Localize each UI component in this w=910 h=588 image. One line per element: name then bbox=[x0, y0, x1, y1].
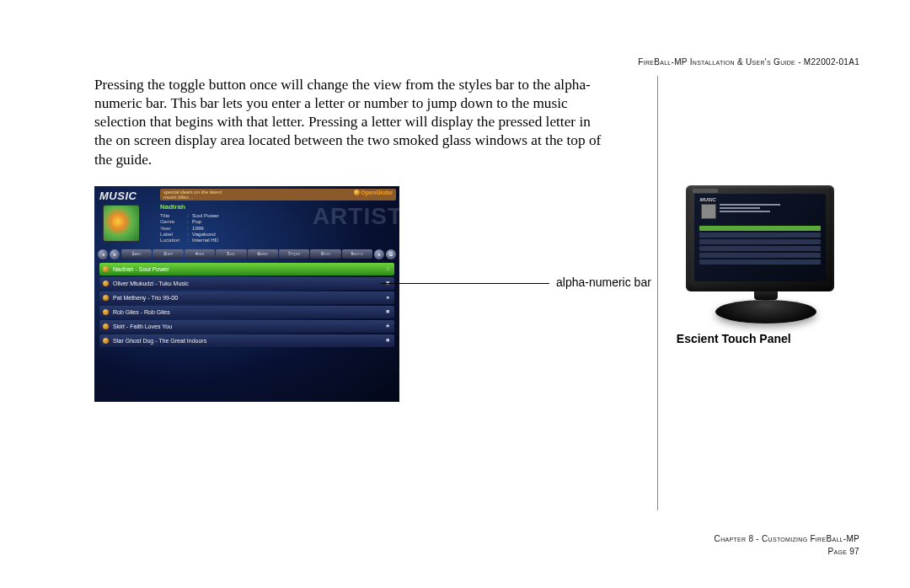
track-row[interactable]: Rob Giles - Rob Giles■ bbox=[99, 306, 394, 318]
promo-bar: special deals on the latest music titles… bbox=[160, 189, 396, 200]
main-content: Pressing the toggle button once will cha… bbox=[94, 76, 859, 510]
track-end-icon: ■ bbox=[384, 308, 391, 315]
toggle-extra-icon[interactable]: ⦿ bbox=[386, 249, 396, 259]
track-dot-icon bbox=[103, 338, 109, 344]
alpha-key[interactable]: 6MNO bbox=[248, 249, 278, 259]
track-end-icon: ♫ bbox=[384, 265, 391, 272]
tp-row-active bbox=[699, 226, 821, 231]
meta-row: Label:Vagabond bbox=[160, 231, 396, 237]
artist-watermark: ARTIST bbox=[313, 203, 399, 230]
meta-label: Label bbox=[160, 231, 187, 237]
music-ui-screenshot: MUSIC special deals on the latest music … bbox=[94, 186, 399, 402]
toggle-play-icon[interactable]: ▸ bbox=[110, 249, 120, 259]
alpha-key[interactable]: 9WXYZ bbox=[342, 249, 372, 259]
tp-meta-lines bbox=[720, 204, 821, 221]
track-end-icon: ■ bbox=[384, 337, 391, 344]
track-title: Skirt - Faith Loves You bbox=[113, 323, 172, 329]
track-row[interactable]: Pat Metheny - Trio 99-00● bbox=[99, 291, 394, 304]
meta-row: Location:Internal HD bbox=[160, 237, 396, 243]
track-title: Oliver Mtukudzi - Tuku Music bbox=[113, 281, 189, 286]
alpha-key[interactable]: 4GHI bbox=[185, 249, 215, 259]
brand-tag-icon bbox=[693, 189, 718, 193]
music-top-area: MUSIC special deals on the latest music … bbox=[94, 186, 399, 249]
music-section-title: MUSIC bbox=[99, 190, 155, 202]
track-dot-icon bbox=[103, 281, 109, 286]
open-globe-logo: OpenGlobe bbox=[354, 190, 393, 196]
tp-row bbox=[699, 246, 821, 251]
right-column: MUSIC bbox=[666, 76, 859, 510]
tp-row bbox=[699, 239, 821, 244]
alpha-keys: 2ABC3DEF4GHI5JKL6MNO7PQRS8TUV9WXYZ bbox=[121, 249, 372, 259]
callout-line bbox=[381, 283, 549, 284]
footer-page: Page 97 bbox=[715, 545, 859, 558]
monitor-screen: MUSIC bbox=[694, 194, 826, 281]
meta-label: Genre bbox=[160, 218, 187, 224]
tp-row bbox=[699, 233, 821, 238]
alpha-key[interactable]: 3DEF bbox=[153, 249, 183, 259]
music-badge: MUSIC bbox=[94, 186, 155, 249]
tp-album-art-icon bbox=[701, 204, 716, 219]
meta-value: Vagabond bbox=[192, 231, 216, 237]
alpha-key[interactable]: 7PQRS bbox=[279, 249, 309, 259]
track-title: Nadirah - Soul Power bbox=[113, 266, 169, 272]
footer: Chapter 8 - Customizing FireBall-MP Page… bbox=[715, 532, 859, 558]
meta-label: Year bbox=[160, 225, 187, 231]
tp-row bbox=[699, 259, 821, 265]
track-row[interactable]: Skirt - Faith Loves You★ bbox=[99, 320, 394, 333]
touch-panel-figure: MUSIC bbox=[673, 185, 859, 345]
left-column: Pressing the toggle button once will cha… bbox=[94, 76, 632, 510]
toggle-left-icon[interactable]: ◂ bbox=[98, 249, 108, 259]
meta-value: 1999 bbox=[192, 225, 204, 231]
callout-alpha-bar: alpha-numeric bar bbox=[556, 275, 651, 289]
header-doc-id: FireBall-MP Installation & User's Guide … bbox=[638, 57, 859, 67]
track-row[interactable]: Star Ghost Dog - The Great Indoors■ bbox=[99, 334, 394, 347]
track-end-icon: ★ bbox=[384, 323, 391, 329]
track-dot-icon bbox=[103, 295, 109, 301]
screenshot-row: MUSIC special deals on the latest music … bbox=[94, 186, 607, 402]
touch-panel-monitor: MUSIC bbox=[686, 185, 846, 323]
tp-music-label: MUSIC bbox=[699, 197, 715, 202]
tp-track-list bbox=[699, 226, 821, 266]
monitor-base bbox=[715, 300, 816, 323]
meta-label: Location bbox=[160, 237, 187, 243]
track-row[interactable]: Oliver Mtukudzi - Tuku Music■ bbox=[99, 277, 394, 290]
meta-value: Internal HD bbox=[192, 237, 218, 243]
track-title: Pat Metheny - Trio 99-00 bbox=[113, 295, 178, 301]
meta-label: Title bbox=[160, 212, 187, 218]
track-row[interactable]: Nadirah - Soul Power♫ bbox=[99, 263, 394, 275]
album-art-icon bbox=[103, 205, 140, 242]
toggle-right-icon[interactable]: ▸ bbox=[374, 249, 384, 259]
track-title: Star Ghost Dog - The Great Indoors bbox=[113, 338, 206, 344]
track-list: Nadirah - Soul Power♫Oliver Mtukudzi - T… bbox=[94, 260, 399, 347]
track-title: Rob Giles - Rob Giles bbox=[113, 309, 170, 315]
track-dot-icon bbox=[103, 309, 109, 315]
alpha-key[interactable]: 2ABC bbox=[121, 249, 152, 259]
touch-panel-caption: Escient Touch Panel bbox=[677, 332, 791, 345]
body-paragraph: Pressing the toggle button once will cha… bbox=[94, 76, 607, 169]
track-end-icon: ● bbox=[384, 294, 391, 301]
footer-chapter: Chapter 8 - Customizing FireBall-MP bbox=[715, 532, 859, 545]
open-globe-text: OpenGlobe bbox=[361, 190, 393, 195]
alpha-numeric-bar[interactable]: ◂ ▸ 2ABC3DEF4GHI5JKL6MNO7PQRS8TUV9WXYZ ▸… bbox=[94, 249, 399, 260]
music-center: special deals on the latest music titles… bbox=[155, 186, 399, 249]
vertical-divider bbox=[657, 76, 658, 510]
monitor-bezel: MUSIC bbox=[686, 185, 834, 291]
alpha-key[interactable]: 8TUV bbox=[310, 249, 340, 259]
tp-row bbox=[699, 253, 821, 258]
track-dot-icon bbox=[103, 266, 109, 272]
meta-value: Soul Power bbox=[192, 212, 219, 218]
meta-value: Pop bbox=[192, 218, 201, 224]
alpha-key[interactable]: 5JKL bbox=[216, 249, 246, 259]
track-dot-icon bbox=[103, 323, 109, 329]
globe-icon bbox=[354, 190, 360, 195]
